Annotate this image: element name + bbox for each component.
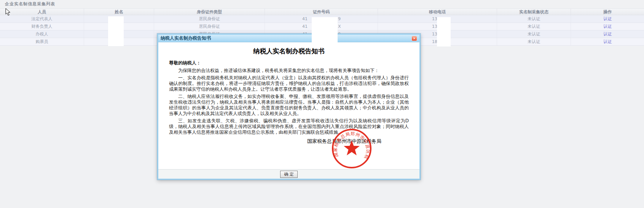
notice-intro: 为保障您的合法权益，推进诚信体系建设，税务机关将采集您的实名信息，现将有关事项告… <box>169 68 409 74</box>
col-header-name: 姓名 <box>84 9 154 15</box>
page-root: { "page": { "title": "企业实名制信息采集列表" }, "t… <box>0 0 644 208</box>
col-header-status: 实名制采集状态 <box>497 9 571 15</box>
col-header-person: 人员 <box>0 9 84 15</box>
certify-link[interactable]: 认证 <box>603 39 612 45</box>
issuer-signature: 国家税务总局郑州市中原区税务局 <box>169 138 409 145</box>
notice-salutation: 尊敬的纳税人： <box>169 60 409 66</box>
phone-redaction-box <box>437 17 451 46</box>
cell-action: 认证 <box>571 23 644 30</box>
status-badge: 未认证 <box>497 30 571 38</box>
page-title: 企业实名制信息采集列表 <box>5 1 55 7</box>
certify-link[interactable]: 认证 <box>603 16 612 22</box>
notice-paragraph-2: 二、纳税人应依法履行税收义务，如实办理税收备案、申报、缴税、发票领用等涉税事宜，… <box>169 94 409 117</box>
status-badge: 未认证 <box>497 15 571 22</box>
status-badge: 未认证 <box>497 38 571 45</box>
notice-paragraph-1: 一、实名办税是指税务机关对纳税人的法定代表人（业主）以及由其授权的办税人员（包括… <box>169 75 409 92</box>
cell-role: 财务负责人 <box>0 23 84 30</box>
cell-action: 认证 <box>571 15 644 22</box>
notice-paragraph-3: 三、如发生走逃失联、欠税、涉嫌偷税、骗税和伪造、虚开发票等税收违法失信行为以及纳… <box>169 118 409 135</box>
certify-link[interactable]: 认证 <box>603 24 612 29</box>
col-header-mobile: 移动电话 <box>378 9 497 15</box>
idnumber-redaction-box <box>312 17 338 43</box>
cell-action: 认证 <box>571 30 644 38</box>
name-redaction-box <box>108 16 124 46</box>
dialog-footer: 确 定 <box>158 169 419 179</box>
col-header-idnumber: 证件号码 <box>265 9 378 15</box>
confirm-button[interactable]: 确 定 <box>280 171 298 178</box>
notice-heading: 纳税人实名制办税告知书 <box>169 47 409 56</box>
table-header-row: 人员 姓名 身份证件类型 证件号码 移动电话 实名制采集状态 操作 <box>0 8 644 15</box>
col-header-action: 操作 <box>571 9 644 15</box>
close-icon[interactable]: ✕ <box>411 36 417 41</box>
dialog-titlebar[interactable]: 纳税人实名制办税告知书 ✕ <box>158 35 419 42</box>
status-badge: 未认证 <box>497 23 571 30</box>
col-header-doctype: 身份证件类型 <box>154 9 265 15</box>
certify-link[interactable]: 认证 <box>603 31 612 37</box>
cell-role: 办税人 <box>0 30 84 38</box>
taxpayer-notice-dialog: 纳税人实名制办税告知书 ✕ 纳税人实名制办税告知书 尊敬的纳税人： 为保障您的合… <box>157 34 421 180</box>
dialog-title: 纳税人实名制办税告知书 <box>161 35 411 42</box>
cell-doctype: 居民身份证 <box>154 15 265 22</box>
cell-doctype: 居民身份证 <box>154 23 265 30</box>
cell-action: 认证 <box>571 38 644 45</box>
cell-role: 法定代表人 <box>0 15 84 22</box>
mouse-cursor-icon <box>5 8 11 16</box>
cell-role: 购票员 <box>0 38 84 45</box>
dialog-content: 纳税人实名制办税告知书 尊敬的纳税人： 为保障您的合法权益，推进诚信体系建设，税… <box>158 42 419 169</box>
